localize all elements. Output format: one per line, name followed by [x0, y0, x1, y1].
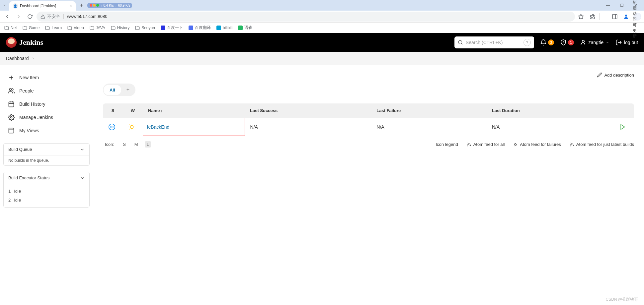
extensions-icon[interactable] — [588, 13, 596, 21]
icon-legend-link[interactable]: Icon legend — [436, 142, 458, 147]
url-input[interactable]: 不安全 wwwfe517.com:8080 — [37, 12, 575, 22]
svg-point-27 — [113, 127, 114, 127]
logout-button[interactable]: log out — [615, 39, 638, 46]
folder-icon — [67, 25, 72, 30]
col-last-success[interactable]: Last Success — [245, 103, 371, 118]
tab-list-dropdown[interactable] — [1, 2, 8, 9]
feed-latest-link[interactable]: Atom feed for just latest builds — [570, 142, 634, 147]
nav-back-button[interactable] — [3, 12, 12, 21]
security-button[interactable]: 1 — [560, 39, 574, 46]
job-last-success: N/A — [245, 118, 371, 136]
side-panel-icon[interactable] — [611, 13, 619, 21]
jenkins-brand: Jenkins — [19, 38, 43, 47]
job-status-icon[interactable] — [103, 118, 123, 136]
bookmark-item[interactable]: Video — [67, 25, 84, 30]
jenkins-logo[interactable]: Jenkins — [6, 37, 43, 48]
browser-tab-strip: 👤 Dashboard [Jenkins] + ↑0.4 K/s ↓60.9 K… — [0, 0, 644, 11]
close-tab-icon[interactable] — [69, 4, 72, 8]
sidebar: New Item People Build History Manage Jen… — [0, 65, 93, 305]
bookmark-item[interactable]: JAVA — [89, 25, 105, 30]
maximize-button[interactable]: ☐ — [615, 0, 629, 11]
icon-size-picker: Icon: S M L — [103, 141, 151, 148]
new-tab-button[interactable]: + — [77, 2, 86, 9]
sidebar-manage-jenkins[interactable]: Manage Jenkins — [3, 111, 90, 124]
chevron-down-icon — [80, 147, 85, 152]
svg-point-16 — [9, 89, 12, 91]
job-build-button[interactable] — [614, 118, 634, 136]
bookmark-item[interactable]: Seeyon — [135, 25, 155, 30]
sidebar-build-history[interactable]: Build History — [3, 97, 90, 111]
rss-icon — [467, 142, 471, 147]
sun-icon — [128, 123, 135, 131]
sidebar-new-item[interactable]: New Item — [3, 71, 90, 84]
bookmark-item[interactable]: Game — [22, 25, 40, 30]
svg-point-7 — [625, 15, 627, 17]
build-queue-header[interactable]: Build Queue — [4, 144, 89, 155]
restart-update-button[interactable]: 重新启动即可更新 ⋮ — [633, 13, 641, 21]
icon-size-l[interactable]: L — [145, 141, 151, 148]
nav-reload-button[interactable] — [25, 12, 35, 21]
col-weather[interactable]: W — [123, 103, 143, 118]
chevron-right-icon — [32, 57, 35, 60]
add-description-button[interactable]: Add description — [103, 72, 634, 78]
nav-forward-button[interactable] — [14, 12, 23, 21]
bookmark-item[interactable]: Learn — [45, 25, 62, 30]
sidebar-people[interactable]: People — [3, 84, 90, 97]
chevron-down-icon — [605, 40, 609, 44]
search-input[interactable]: Search (CTRL+K) ? — [454, 36, 534, 48]
notifications-button[interactable]: 3 — [540, 39, 554, 46]
breadcrumb-dashboard[interactable]: Dashboard — [6, 56, 35, 61]
shield-icon — [560, 39, 567, 46]
col-last-duration[interactable]: Last Duration — [487, 103, 614, 118]
job-table: S W Name↓ Last Success Last Failure Last… — [103, 103, 634, 136]
col-last-failure[interactable]: Last Failure — [371, 103, 487, 118]
main-content: Add description All + S W Name↓ Last Suc… — [93, 65, 644, 305]
add-view-button[interactable]: + — [121, 84, 135, 95]
bell-icon — [540, 39, 547, 46]
executor-row: 1Idle — [8, 187, 85, 196]
build-queue-panel: Build Queue No builds in the queue. — [3, 143, 90, 166]
col-name[interactable]: Name↓ — [143, 103, 245, 118]
bookmark-item[interactable]: bilibili — [216, 25, 232, 30]
build-queue-empty: No builds in the queue. — [4, 155, 89, 165]
svg-point-8 — [458, 40, 462, 44]
notif-badge: 3 — [548, 39, 554, 45]
svg-point-21 — [11, 117, 12, 118]
executor-header[interactable]: Build Executor Status — [4, 172, 89, 184]
play-icon — [619, 124, 626, 130]
bookmark-item[interactable]: 语雀 — [238, 25, 252, 30]
bookmark-item[interactable]: 百度翻译 — [188, 25, 211, 30]
job-weather-icon[interactable] — [123, 118, 143, 136]
sidebar-my-views[interactable]: My Views — [3, 124, 90, 137]
user-menu[interactable]: zangtie — [580, 39, 609, 46]
profile-icon[interactable] — [622, 13, 630, 21]
jenkins-logo-icon — [6, 37, 17, 48]
jenkins-header: Jenkins Search (CTRL+K) ? 3 1 zangtie lo… — [0, 33, 644, 52]
svg-point-39 — [514, 146, 515, 146]
insecure-label: 不安全 — [47, 14, 60, 20]
icon-size-s[interactable]: S — [121, 141, 128, 148]
feed-failures-link[interactable]: Atom feed for failures — [513, 142, 561, 147]
bookmark-item[interactable]: Net — [4, 25, 17, 30]
executor-panel: Build Executor Status 1Idle2Idle — [3, 172, 90, 208]
views-icon — [8, 127, 15, 134]
bookmark-star-icon[interactable] — [577, 13, 585, 21]
folder-icon — [135, 25, 140, 30]
search-placeholder: Search (CTRL+K) — [466, 40, 503, 45]
search-icon — [458, 40, 463, 45]
tab-all[interactable]: All — [104, 85, 121, 95]
minimize-button[interactable]: — — [601, 0, 615, 11]
feed-all-link[interactable]: Atom feed for all — [467, 142, 505, 147]
site-icon — [238, 25, 243, 30]
user-icon — [580, 39, 587, 46]
icon-size-m[interactable]: M — [132, 141, 140, 148]
bookmark-item[interactable]: 百度一下 — [160, 25, 183, 30]
browser-tab-active[interactable]: 👤 Dashboard [Jenkins] — [9, 1, 76, 11]
gear-icon — [8, 114, 15, 121]
col-status[interactable]: S — [103, 103, 123, 118]
bookmark-item[interactable]: History — [111, 25, 129, 30]
svg-point-38 — [467, 146, 468, 146]
search-help-icon[interactable]: ? — [523, 39, 531, 46]
job-link[interactable]: feBackEnd — [147, 124, 170, 130]
svg-point-25 — [110, 127, 111, 127]
